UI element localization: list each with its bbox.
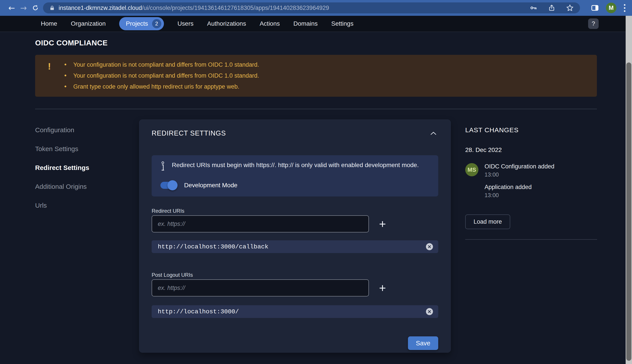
lock-icon xyxy=(49,5,55,11)
nav-item-projects-label: Projects xyxy=(126,20,148,27)
toggle-knob xyxy=(167,180,178,190)
side-panel-icon xyxy=(590,4,599,12)
load-more-button[interactable]: Load more xyxy=(465,214,510,229)
info-icon xyxy=(160,162,165,172)
page-title: OIDC COMPLIANCE xyxy=(35,38,108,47)
info-row: Redirect URIs must begin with https://. … xyxy=(160,162,429,172)
redirect-uri-chip: http://localhost:3000/callback xyxy=(152,240,438,253)
close-icon xyxy=(428,245,431,248)
changes-date: 28. Dec 2022 xyxy=(465,146,597,154)
nav-item-domains[interactable]: Domains xyxy=(293,20,318,27)
warning-text: Your configuration is not compliant and … xyxy=(73,62,259,68)
warning-item: • Grant type code only allowed http redi… xyxy=(64,83,588,90)
menu-dot xyxy=(624,7,625,9)
info-text: Redirect URIs must begin with https://. … xyxy=(172,162,419,169)
address-bar[interactable]: instance1-dkmnzw.zitadel.cloud/ui/consol… xyxy=(43,2,580,14)
browser-forward-button[interactable]: → xyxy=(18,2,30,14)
post-logout-uri-chip: http://localhost:3000/ xyxy=(152,305,438,318)
warning-item: • Your configuration is not compliant an… xyxy=(64,72,588,79)
add-post-logout-uri-button[interactable]: + xyxy=(376,282,390,294)
redirect-uris-input-row: + xyxy=(152,215,438,232)
last-changes-panel: LAST CHANGES 28. Dec 2022 MS OIDC Config… xyxy=(465,126,597,240)
add-redirect-uri-button[interactable]: + xyxy=(376,218,390,230)
section-divider xyxy=(35,109,597,109)
last-changes-title: LAST CHANGES xyxy=(465,126,597,134)
projects-count-badge: 2 xyxy=(152,19,161,28)
save-button[interactable]: Save xyxy=(408,336,438,350)
settings-side-nav: Configuration Token Settings Redirect Se… xyxy=(35,126,127,220)
nav-item-home[interactable]: Home xyxy=(41,20,57,27)
warning-text: Grant type code only allowed http redire… xyxy=(73,83,239,90)
console-navbar: Home Organization Projects 2 Users Autho… xyxy=(0,16,632,32)
warning-list: • Your configuration is not compliant an… xyxy=(64,62,588,97)
dev-mode-info-box: Redirect URIs must begin with https://. … xyxy=(152,155,438,196)
warning-text: Your configuration is not compliant and … xyxy=(73,72,259,79)
url-host: instance1-dkmnzw.zitadel.cloud xyxy=(59,4,142,11)
url-path: /ui/console/projects/194136146127618305/… xyxy=(142,4,329,11)
remove-post-logout-uri-button[interactable] xyxy=(426,308,433,315)
redirect-uri-input[interactable] xyxy=(152,215,369,232)
changes-entry: MS OIDC Configuration added 13:00 Applic… xyxy=(465,163,597,199)
url-text: instance1-dkmnzw.zitadel.cloud/ui/consol… xyxy=(59,4,329,12)
browser-menu-button[interactable] xyxy=(623,3,626,13)
remove-redirect-uri-button[interactable] xyxy=(426,243,433,250)
page-scrollbar-track[interactable] xyxy=(626,16,632,364)
bullet-icon: • xyxy=(64,62,73,68)
chevron-up-icon xyxy=(430,131,437,135)
sidebar-item-redirect-settings[interactable]: Redirect Settings xyxy=(35,164,127,172)
menu-dot xyxy=(624,4,625,6)
nav-item-users[interactable]: Users xyxy=(178,20,194,27)
change-event: Application added 13:00 xyxy=(485,184,554,199)
events-column: OIDC Configuration added 13:00 Applicati… xyxy=(485,163,554,199)
browser-reload-button[interactable] xyxy=(30,2,41,14)
share-button[interactable] xyxy=(548,4,555,12)
sidebar-item-urls[interactable]: Urls xyxy=(35,202,127,209)
bullet-icon: • xyxy=(64,83,73,90)
warning-exclamation-icon: ! xyxy=(35,62,64,97)
collapse-button[interactable] xyxy=(429,129,438,137)
nav-item-authorizations[interactable]: Authorizations xyxy=(207,20,246,27)
browser-toolbar: ← → instance1-dkmnzw.zitadel.cloud/ui/co… xyxy=(0,0,632,16)
page-scrollbar-thumb[interactable] xyxy=(626,62,631,361)
event-title: Application added xyxy=(485,184,554,190)
help-button[interactable]: ? xyxy=(588,18,599,29)
dev-mode-toggle[interactable] xyxy=(160,182,177,189)
star-icon xyxy=(566,4,574,12)
save-row: Save xyxy=(152,336,438,350)
dev-mode-label: Development Mode xyxy=(184,182,237,189)
bookmark-button[interactable] xyxy=(566,4,574,12)
change-event: OIDC Configuration added 13:00 xyxy=(485,163,554,178)
share-icon xyxy=(548,4,555,12)
redirect-settings-card: REDIRECT SETTINGS Redirect URIs must beg… xyxy=(139,120,451,352)
reload-icon xyxy=(32,4,39,12)
nav-item-organization[interactable]: Organization xyxy=(71,20,106,27)
warning-item: • Your configuration is not compliant an… xyxy=(64,62,588,68)
close-icon xyxy=(428,310,431,313)
post-logout-uris-label: Post Logout URIs xyxy=(152,272,438,278)
browser-back-button[interactable]: ← xyxy=(6,2,18,14)
event-title: OIDC Configuration added xyxy=(485,163,554,170)
sidebar-item-configuration[interactable]: Configuration xyxy=(35,126,127,134)
event-time: 13:00 xyxy=(485,192,554,199)
redirect-uri-value: http://localhost:3000/callback xyxy=(158,244,268,250)
password-key-button[interactable] xyxy=(529,4,537,12)
redirect-uris-label: Redirect URIs xyxy=(152,208,438,214)
sidebar-item-additional-origins[interactable]: Additional Origins xyxy=(35,183,127,190)
browser-profile-avatar[interactable]: M xyxy=(606,3,616,13)
post-logout-input-row: + xyxy=(152,279,438,296)
dev-mode-toggle-row: Development Mode xyxy=(160,180,429,190)
post-logout-uri-input[interactable] xyxy=(152,279,369,296)
panel-divider xyxy=(465,239,597,240)
card-header: REDIRECT SETTINGS xyxy=(152,129,438,137)
sidebar-item-token-settings[interactable]: Token Settings xyxy=(35,145,127,152)
key-icon xyxy=(529,4,537,12)
card-title: REDIRECT SETTINGS xyxy=(152,129,226,137)
post-logout-uri-value: http://localhost:3000/ xyxy=(158,308,239,315)
nav-item-projects[interactable]: Projects 2 xyxy=(119,17,164,30)
event-time: 13:00 xyxy=(485,171,554,178)
side-panel-button[interactable] xyxy=(590,4,599,12)
nav-item-settings[interactable]: Settings xyxy=(331,20,354,27)
menu-dot xyxy=(624,10,625,12)
bullet-icon: • xyxy=(64,72,73,79)
nav-item-actions[interactable]: Actions xyxy=(260,20,280,27)
